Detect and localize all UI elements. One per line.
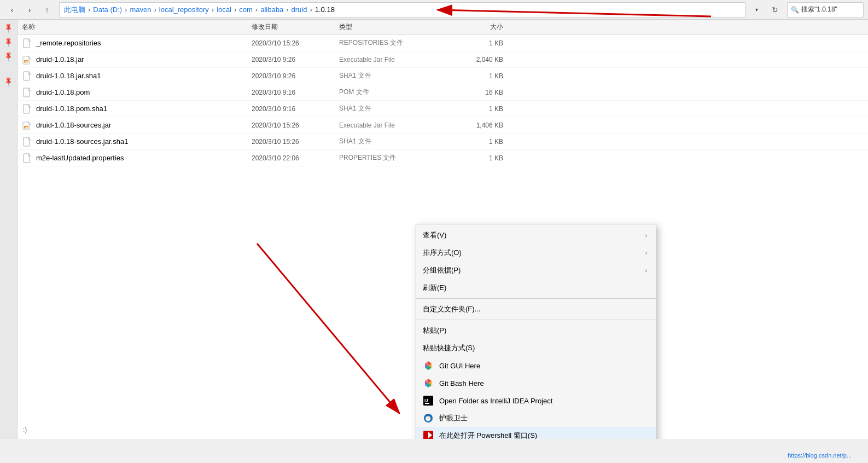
forward-button[interactable]: ›: [22, 2, 37, 18]
breadcrumb-item-alibaba[interactable]: alibaba: [260, 5, 283, 14]
file-date: 2020/3/10 9:26: [252, 72, 339, 80]
menu-item-customize[interactable]: 自定义文件夹(F)...: [416, 300, 656, 318]
breadcrumb-bar[interactable]: 此电脑 › Data (D:) › maven › local_reposito…: [59, 2, 745, 18]
breadcrumb-item-local-repo[interactable]: local_repository: [159, 5, 209, 14]
col-header-name[interactable]: 名称: [22, 22, 252, 32]
col-header-date[interactable]: 修改日期: [252, 22, 339, 32]
breadcrumb-item-version: 1.0.18: [315, 5, 335, 14]
file-type: Executable Jar File: [339, 121, 448, 129]
file-name: druid-1.0.18.jar.sha1: [36, 72, 252, 80]
menu-item-view[interactable]: 查看(V) ›: [416, 227, 656, 244]
file-date: 2020/3/10 9:26: [252, 56, 339, 63]
menu-label-customize: 自定义文件夹(F)...: [423, 304, 647, 314]
menu-label-git-bash: Git Bash Here: [439, 379, 647, 387]
up-button[interactable]: ↑: [39, 2, 55, 18]
refresh-button[interactable]: ↻: [767, 2, 783, 18]
menu-divider-1: [416, 298, 656, 299]
menu-item-sort[interactable]: 排序方式(O) ›: [416, 244, 656, 262]
svg-rect-15: [425, 403, 429, 404]
breadcrumb-sep-6: ›: [255, 5, 258, 14]
search-area[interactable]: 🔍 搜索"1.0.18": [787, 2, 864, 18]
bottom-url: https://blog.csdn.net/p...: [788, 452, 852, 459]
table-row[interactable]: _remote.repositories 2020/3/10 15:26 REP…: [18, 35, 868, 51]
menu-item-paste[interactable]: 粘贴(P): [416, 322, 656, 339]
menu-label-powershell: 在此处打开 Powershell 窗口(S): [439, 431, 647, 439]
submenu-arrow-sort: ›: [645, 250, 647, 256]
file-name: druid-1.0.18.pom.sha1: [36, 105, 252, 113]
file-type: Executable Jar File: [339, 56, 448, 63]
git-gui-icon: [423, 360, 434, 371]
menu-label-refresh: 刷新(E): [423, 283, 647, 293]
menu-item-refresh[interactable]: 刷新(E): [416, 279, 656, 297]
menu-item-git-gui[interactable]: Git GUI Here: [416, 357, 656, 374]
file-date: 2020/3/10 9:16: [252, 105, 339, 113]
nav-buttons: ‹ › ↑: [4, 2, 55, 18]
breadcrumb-sep-2: ›: [125, 5, 127, 14]
breadcrumb-item-pc[interactable]: 此电脑: [64, 5, 85, 15]
file-name: m2e-lastUpdated.properties: [36, 154, 252, 162]
table-row[interactable]: druid-1.0.18.jar.sha1 2020/3/10 9:26 SHA…: [18, 68, 868, 84]
menu-label-paste-shortcut: 粘贴快捷方式(S): [423, 343, 647, 353]
file-type: REPOSITORIES 文件: [339, 38, 448, 48]
breadcrumb-sep-3: ›: [154, 5, 156, 14]
svg-text:JAR: JAR: [25, 126, 29, 129]
table-row[interactable]: druid-1.0.18.pom.sha1 2020/3/10 9:16 SHA…: [18, 101, 868, 117]
file-area: 📌 📌 📌 📌 名称 修改日期 类型 大小 _remote.reposi: [0, 20, 868, 439]
breadcrumb-item-local[interactable]: local: [217, 5, 231, 14]
file-icon-generic: [22, 87, 33, 98]
file-date: 2020/3/10 15:26: [252, 39, 339, 47]
left-nav: 📌 📌 📌 📌: [0, 20, 18, 439]
file-name: druid-1.0.18-sources.jar: [36, 121, 252, 129]
breadcrumb-sep-8: ›: [310, 5, 312, 14]
col-header-type[interactable]: 类型: [339, 22, 448, 32]
table-row[interactable]: JAR druid-1.0.18-sources.jar 2020/3/10 1…: [18, 117, 868, 134]
menu-label-view: 查看(V): [423, 230, 640, 240]
column-headers: 名称 修改日期 类型 大小: [18, 20, 868, 35]
menu-item-group[interactable]: 分组依据(P) ›: [416, 262, 656, 279]
col-header-size[interactable]: 大小: [448, 22, 503, 32]
file-date: 2020/3/10 15:26: [252, 138, 339, 146]
search-icon: 🔍: [791, 6, 799, 14]
file-size: 1 KB: [448, 138, 503, 146]
table-row[interactable]: druid-1.0.18-sources.jar.sha1 2020/3/10 …: [18, 134, 868, 150]
menu-label-eye-guard: 护眼卫士: [439, 413, 647, 423]
file-size: 1,406 KB: [448, 121, 503, 129]
menu-item-paste-shortcut[interactable]: 粘贴快捷方式(S): [416, 339, 656, 357]
main-content: 名称 修改日期 类型 大小 _remote.repositories 2020/…: [18, 20, 868, 439]
svg-text:IJ: IJ: [424, 398, 428, 403]
file-size: 2,040 KB: [448, 56, 503, 63]
address-dropdown-button[interactable]: ▾: [750, 2, 763, 18]
breadcrumb-item-data[interactable]: Data (D:): [93, 5, 122, 14]
file-type: SHA1 文件: [339, 104, 448, 113]
menu-item-eye-guard[interactable]: 🕐 护眼卫士: [416, 409, 656, 427]
bottom-label: :): [23, 426, 27, 433]
file-size: 1 KB: [448, 39, 503, 47]
table-row[interactable]: druid-1.0.18.pom 2020/3/10 9:16 POM 文件 1…: [18, 84, 868, 101]
file-date: 2020/3/10 22:06: [252, 154, 339, 162]
nav-pin-4[interactable]: 📌: [0, 73, 17, 90]
context-menu: 查看(V) › 排序方式(O) › 分组依据(P) › 刷新(E) 自定义文件夹…: [416, 224, 656, 439]
submenu-arrow-group: ›: [645, 268, 647, 274]
file-icon-jar: JAR: [22, 120, 33, 131]
file-date: 2020/3/10 15:26: [252, 121, 339, 129]
intellij-icon: IJ: [423, 395, 434, 406]
menu-label-group: 分组依据(P): [423, 265, 640, 275]
breadcrumb-sep-4: ›: [212, 5, 214, 14]
nav-pin-3[interactable]: 📌: [0, 48, 17, 65]
table-row[interactable]: JAR druid-1.0.18.jar 2020/3/10 9:26 Exec…: [18, 51, 868, 68]
back-button[interactable]: ‹: [4, 2, 20, 18]
file-name: druid-1.0.18.jar: [36, 55, 252, 63]
breadcrumb-item-druid[interactable]: druid: [291, 5, 307, 14]
file-icon-generic: [22, 103, 33, 114]
breadcrumb-item-maven[interactable]: maven: [130, 5, 151, 14]
file-type: PROPERTIES 文件: [339, 153, 448, 163]
menu-label-intellij: Open Folder as IntelliJ IDEA Project: [439, 397, 647, 405]
menu-item-git-bash[interactable]: Git Bash Here: [416, 374, 656, 392]
menu-item-intellij[interactable]: IJ Open Folder as IntelliJ IDEA Project: [416, 392, 656, 409]
menu-item-powershell[interactable]: 在此处打开 Powershell 窗口(S): [416, 427, 656, 439]
file-date: 2020/3/10 9:16: [252, 89, 339, 96]
menu-label-git-gui: Git GUI Here: [439, 362, 647, 370]
breadcrumb-item-com[interactable]: com: [239, 5, 253, 14]
table-row[interactable]: m2e-lastUpdated.properties 2020/3/10 22:…: [18, 150, 868, 166]
file-size: 1 KB: [448, 105, 503, 113]
